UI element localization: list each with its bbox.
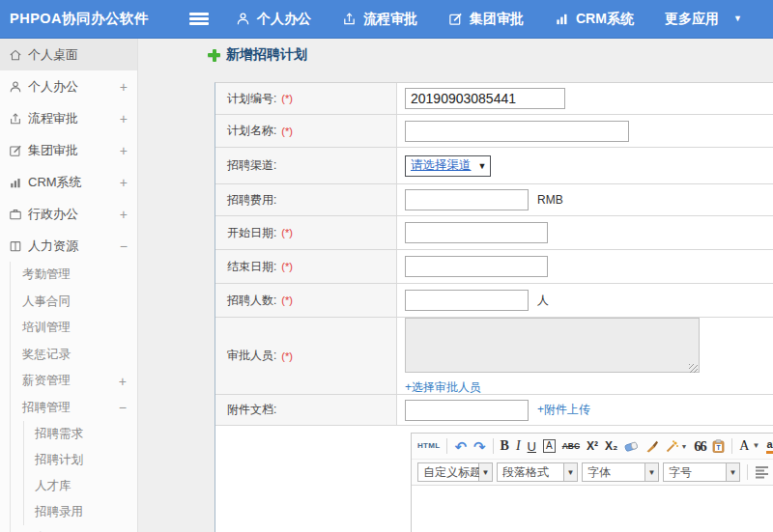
top-nav: 个人办公 流程审批 集团审批 CRM系统 更多应用 bbox=[236, 11, 742, 28]
blockquote-button[interactable]: 66 bbox=[694, 439, 705, 454]
page-title: 新增招聘计划 bbox=[226, 46, 307, 64]
caret-down-icon: ▼ bbox=[680, 443, 687, 450]
font-size-select[interactable]: 字号 ▼ bbox=[663, 462, 740, 482]
sidebar-item-label: CRM系统 bbox=[28, 174, 114, 191]
sidebar-item-talent-pool[interactable]: 人才库 bbox=[24, 473, 137, 499]
sidebar-item-desktop[interactable]: 个人桌面 bbox=[0, 39, 137, 70]
form-row-fee: 招聘费用: RMB bbox=[215, 184, 773, 216]
subscript-button[interactable]: X₂ bbox=[605, 440, 617, 452]
recruitment-submenu: 招聘需求 招聘计划 人才库 招聘录用 bbox=[23, 421, 137, 525]
sidebar-item-crm[interactable]: CRM系统 + bbox=[0, 166, 137, 198]
headcount-input[interactable] bbox=[405, 290, 529, 311]
paragraph-format-select[interactable]: 段落格式 ▼ bbox=[497, 462, 578, 482]
redo-button[interactable]: ↷ bbox=[473, 439, 486, 454]
hr-submenu: 考勤管理 人事合同 培训管理 奖惩记录 薪资管理 + 招聘管理 − 招聘需求 bbox=[10, 262, 137, 532]
app-header: PHPOA协同办公软件 个人办公 流程审批 集团审批 bbox=[0, 0, 773, 39]
align-left-button[interactable] bbox=[755, 465, 771, 479]
align-left-icon bbox=[755, 465, 770, 479]
field-label: 结束日期: bbox=[227, 259, 276, 275]
field-label: 招聘渠道: bbox=[227, 157, 276, 174]
caret-down-icon: ▼ bbox=[645, 462, 659, 482]
sidebar-item-personnel-contract[interactable]: 人事合同 bbox=[11, 289, 137, 316]
nav-item-more-apps[interactable]: 更多应用 ▼ bbox=[665, 11, 742, 28]
nav-item-crm[interactable]: CRM系统 bbox=[555, 11, 634, 28]
boxed-text-button[interactable]: A bbox=[543, 439, 556, 453]
expand-icon[interactable]: + bbox=[120, 143, 128, 158]
font-family-select[interactable]: 字体 ▼ bbox=[582, 462, 659, 482]
paste-button[interactable]: T bbox=[712, 439, 725, 453]
plan-number-input[interactable] bbox=[405, 88, 565, 109]
sidebar-item-training[interactable]: 培训管理 bbox=[11, 315, 137, 342]
heading-select[interactable]: 自定义标题 ▼ bbox=[417, 462, 493, 482]
brush-icon bbox=[645, 439, 659, 453]
form-row-start-date: 开始日期: (*) bbox=[215, 216, 773, 250]
sidebar-item-group-approval[interactable]: 集团审批 + bbox=[0, 134, 137, 166]
collapse-icon[interactable]: − bbox=[120, 238, 128, 254]
sidebar-item-attendance[interactable]: 考勤管理 bbox=[11, 262, 137, 289]
sidebar-item-workflow-approval[interactable]: 流程审批 + bbox=[0, 102, 137, 134]
channel-select[interactable]: 请选择渠道 ▼ bbox=[405, 155, 491, 177]
nav-item-personal-office[interactable]: 个人办公 bbox=[236, 11, 311, 28]
edit-icon bbox=[448, 12, 463, 26]
attachment-input[interactable] bbox=[405, 400, 529, 421]
nav-item-workflow-approval[interactable]: 流程审批 bbox=[342, 11, 417, 28]
app-window: PHPOA协同办公软件 个人办公 流程审批 集团审批 bbox=[0, 0, 773, 532]
sidebar-item-admin-office[interactable]: 行政办公 + bbox=[0, 198, 137, 230]
expand-icon[interactable]: + bbox=[120, 79, 128, 95]
font-color-button[interactable]: A ▼ bbox=[739, 439, 759, 453]
plan-name-input[interactable] bbox=[405, 121, 629, 142]
sidebar-item-personal-office[interactable]: 个人办公 + bbox=[0, 70, 137, 102]
briefcase-icon bbox=[8, 208, 22, 221]
book-icon bbox=[8, 239, 22, 253]
fee-input[interactable] bbox=[405, 189, 529, 210]
expand-icon[interactable]: + bbox=[120, 111, 128, 126]
required-marker: (*) bbox=[281, 350, 293, 362]
nav-label: 流程审批 bbox=[363, 11, 417, 28]
expand-icon[interactable]: + bbox=[119, 374, 137, 389]
menu-icon[interactable] bbox=[189, 13, 209, 25]
end-date-input[interactable] bbox=[405, 256, 548, 277]
approver-textarea[interactable] bbox=[405, 318, 700, 373]
upload-attachment-link[interactable]: +附件上传 bbox=[537, 402, 590, 418]
superscript-button[interactable]: X² bbox=[587, 440, 598, 452]
sidebar-item-salary[interactable]: 薪资管理 + bbox=[11, 368, 137, 395]
bold-button[interactable]: B bbox=[501, 439, 509, 453]
start-date-input[interactable] bbox=[405, 222, 548, 243]
resize-grip-icon[interactable] bbox=[689, 364, 698, 373]
highlight-color-button[interactable]: ab bbox=[766, 439, 773, 454]
nav-item-group-approval[interactable]: 集团审批 bbox=[448, 11, 524, 28]
sidebar-item-rewards[interactable]: 奖惩记录 bbox=[11, 342, 137, 369]
magic-wand-icon bbox=[666, 440, 678, 453]
sidebar-item-label: 集团审批 bbox=[28, 142, 114, 159]
field-label: 招聘人数: bbox=[227, 293, 276, 309]
collapse-icon[interactable]: − bbox=[119, 400, 137, 415]
form-row-approver: 审批人员: (*) +选择审批人员 bbox=[215, 318, 773, 395]
required-marker: (*) bbox=[281, 227, 293, 238]
format-brush-button[interactable] bbox=[645, 439, 659, 453]
html-source-button[interactable]: HTML bbox=[417, 442, 440, 450]
rich-text-editor: HTML ↶ ↷ B I U A ABC X² X₂ bbox=[411, 433, 773, 532]
sidebar: 个人桌面 个人办公 + 流程审批 + 集团审批 + bbox=[0, 39, 138, 532]
eraser-button[interactable] bbox=[624, 440, 639, 453]
select-approver-link[interactable]: +选择审批人员 bbox=[405, 379, 481, 396]
autoformat-button[interactable]: ▼ bbox=[666, 440, 687, 453]
caret-down-icon: ▼ bbox=[727, 462, 740, 482]
expand-icon[interactable]: + bbox=[120, 175, 128, 190]
edit-icon bbox=[8, 144, 22, 157]
required-marker: (*) bbox=[281, 261, 293, 272]
strikethrough-button[interactable]: ABC bbox=[562, 442, 580, 451]
underline-button[interactable]: U bbox=[528, 440, 536, 453]
expand-icon[interactable]: + bbox=[120, 207, 128, 222]
sidebar-item-recruit-demand[interactable]: 招聘需求 bbox=[24, 421, 137, 447]
italic-button[interactable]: I bbox=[516, 439, 521, 453]
sidebar-item-recruit-plan[interactable]: 招聘计划 bbox=[24, 447, 137, 473]
caret-down-icon: ▼ bbox=[752, 442, 759, 450]
field-label: 计划编号: bbox=[227, 91, 276, 107]
sidebar-item-personnel-management[interactable]: 人事管理 + bbox=[11, 525, 137, 532]
editor-content[interactable] bbox=[412, 486, 773, 532]
fee-unit: RMB bbox=[537, 193, 563, 207]
sidebar-item-human-resources[interactable]: 人力资源 − bbox=[0, 230, 137, 262]
sidebar-item-recruitment[interactable]: 招聘管理 − bbox=[11, 395, 137, 422]
undo-button[interactable]: ↶ bbox=[454, 439, 467, 454]
sidebar-item-recruit-hire[interactable]: 招聘录用 bbox=[24, 499, 137, 525]
